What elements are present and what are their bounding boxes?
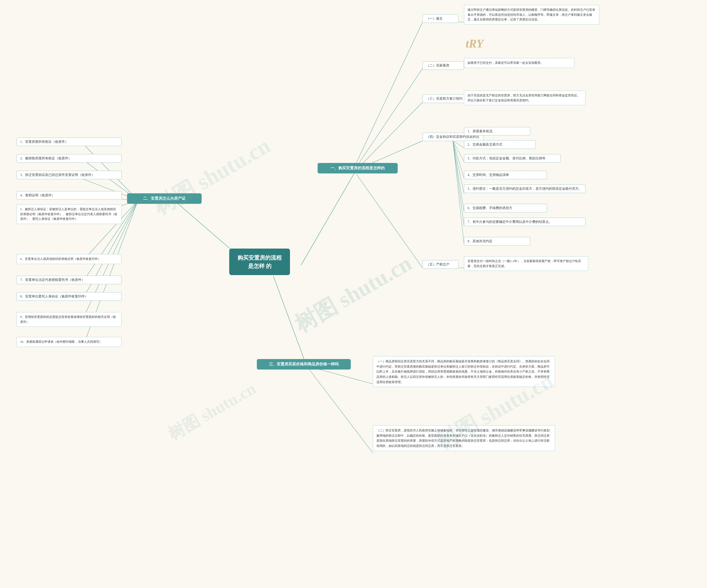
- center-node: 购买安置房的流程是怎样 的: [229, 249, 290, 275]
- b1c2-text: （二）买家看房: [426, 64, 449, 67]
- b2-item10: 10、房屋权属登记申请表（收件图印领取，当事人共同填写）: [16, 337, 122, 347]
- svg-line-5: [356, 68, 423, 167]
- svg-line-14: [453, 141, 464, 162]
- mind-map-canvas: 购买安置房的流程是怎样 的 一、购买安置房的流程是怎样的 （一）撮文 撮文即拆迁…: [0, 0, 707, 588]
- svg-line-31: [307, 366, 373, 453]
- b2-item8: 8、安置单位委托人身份证（验原件收复印件）: [16, 292, 122, 301]
- b2-item6: 6、安置单位法人或其他组织的资格证明（验原件收复印件）: [16, 254, 122, 264]
- branch1-child3-content: 由于买卖的是无产权证的安置房，双方无法去房管局签订网签合同和资金监管协议。所以只…: [464, 91, 585, 105]
- b1c4-sub5: 5、违约责任：一般是买方违约的定金归卖方，卖方违约的双倍定金赔付买方。: [464, 185, 585, 193]
- svg-line-10: [356, 174, 423, 268]
- branch3-label: 三、安置房买卖价格和商品房价格一样吗: [257, 359, 351, 369]
- b2-item4: 4、查档证明（收原件）: [16, 191, 122, 200]
- branch2-text: 二、安置房怎么办房产证: [143, 196, 186, 200]
- svg-line-0: [301, 170, 356, 265]
- svg-line-16: [453, 141, 464, 193]
- b1c3-text: （三）买卖双方签订契约: [426, 97, 463, 101]
- b3-item2: （二）拆迁安置房，是指在市人民政府实施土地储备地块、非经营性公益性项目建设、城市…: [373, 425, 555, 451]
- branch1-child5-label: （五）产权过户: [423, 260, 459, 269]
- b1c4-sub3: 3、付款方式：包括定金金额、首付比例、尾款比例等: [464, 154, 561, 163]
- svg-line-19: [453, 141, 464, 243]
- branch1-child1-label: （一）撮文: [423, 14, 459, 23]
- svg-line-3: [356, 22, 423, 163]
- b1c4-sub2: 2、交易金额及交易方式: [464, 140, 536, 149]
- b1c4-sub8: 8、其他补充约定: [464, 237, 530, 246]
- branch1-child5-content: 安置房交付一段时间之后（一般1-2年），当卖家获得房屋产权，即可将产权过户给买家…: [464, 256, 588, 271]
- b2-item3: 3、拆迁安置协议及已回迁原件安置证明（收原件）: [16, 171, 122, 179]
- b1c4-sub4: 4、交房时间、交房物品清单: [464, 171, 547, 179]
- b2-item9: 9、若增加安置面积的还需提交投资发展或增加安置面积的相关证明（收原件）: [16, 312, 122, 327]
- b2-item5: 5、被拆迁人身份证；若被拆迁人是单位的，需提交单位法人或其他组织的资格证明（验原…: [16, 204, 122, 224]
- branch1-child2-label: （二）买家看房: [423, 61, 464, 70]
- b1c4-sub7: 7、有中介参与的还要确定中介费用以及中介费的结算点。: [464, 218, 585, 226]
- b2-item7: 7、安置单位法定代表授权委托书（收原件）: [16, 275, 122, 284]
- center-label: 购买安置房的流程是怎样 的: [237, 255, 282, 269]
- b1c1-text: （一）撮文: [426, 17, 443, 21]
- branch1-label: 一、购买安置房的流程是怎样的: [317, 163, 398, 173]
- svg-line-2: [273, 276, 307, 366]
- b1c4-sub6: 6、交易税费、手续费的承担方: [464, 204, 547, 213]
- svg-line-18: [453, 141, 464, 225]
- branch2-label: 二、安置房怎么办房产证: [127, 193, 202, 204]
- try-badge: tRY: [466, 37, 483, 50]
- branch1-child2-content: 如果房子已经交付，卖家还可以带买家一起去实地看房。: [464, 58, 574, 68]
- branch1-child1-content: 撮文即拆迁户通过类似抓阄的方式获得安置房的楼层、门牌等确切位置信息。此时拆迁户们…: [464, 5, 599, 25]
- b2-item2: 2、被拆除房屋所有权证（收原件）: [16, 154, 122, 163]
- b1c5-text: （五）产权过户: [426, 262, 449, 266]
- svg-line-17: [453, 141, 464, 211]
- branch1-text: 一、购买安置房的流程是怎样的: [331, 166, 385, 170]
- b2-item1: 1、安置房屋所有权证（收原件）: [16, 137, 122, 146]
- svg-line-15: [453, 141, 464, 178]
- b3-item1: （一）商品房和回迁房买卖双方的关系不同，商品房的购买基础是开发商和购房者签订的《…: [373, 356, 555, 387]
- svg-line-13: [453, 141, 464, 148]
- svg-line-7: [356, 102, 423, 170]
- branch3-text: 三、安置房买卖价格和商品房价格一样吗: [269, 362, 339, 366]
- b1c4-sub1: 1、房屋基本状况: [464, 127, 530, 136]
